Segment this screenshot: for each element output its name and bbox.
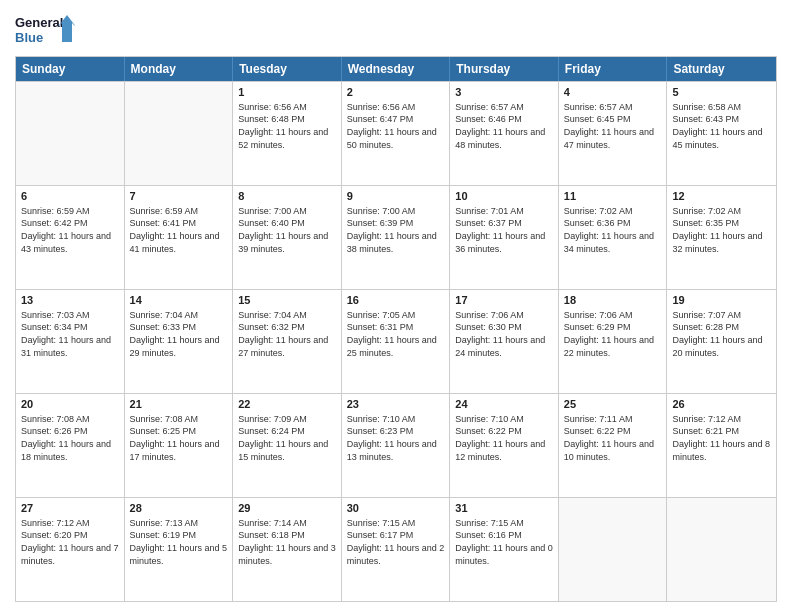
cell-daylight: Daylight: 11 hours and 50 minutes.	[347, 126, 445, 151]
cell-sunset: Sunset: 6:34 PM	[21, 321, 119, 334]
weekday-header: Saturday	[667, 57, 776, 81]
calendar-cell: 24 Sunrise: 7:10 AM Sunset: 6:22 PM Dayl…	[450, 394, 559, 497]
header: General Blue	[15, 10, 777, 50]
cell-daylight: Daylight: 11 hours and 52 minutes.	[238, 126, 336, 151]
cell-daylight: Daylight: 11 hours and 15 minutes.	[238, 438, 336, 463]
cell-sunset: Sunset: 6:16 PM	[455, 529, 553, 542]
calendar-row: 1 Sunrise: 6:56 AM Sunset: 6:48 PM Dayli…	[16, 81, 776, 185]
cell-sunset: Sunset: 6:42 PM	[21, 217, 119, 230]
calendar-cell: 10 Sunrise: 7:01 AM Sunset: 6:37 PM Dayl…	[450, 186, 559, 289]
cell-sunset: Sunset: 6:25 PM	[130, 425, 228, 438]
cell-sunrise: Sunrise: 6:56 AM	[238, 101, 336, 114]
cell-sunrise: Sunrise: 6:57 AM	[455, 101, 553, 114]
cell-daylight: Daylight: 11 hours and 0 minutes.	[455, 542, 553, 567]
cell-sunrise: Sunrise: 7:03 AM	[21, 309, 119, 322]
cell-daylight: Daylight: 11 hours and 22 minutes.	[564, 334, 662, 359]
cell-sunrise: Sunrise: 7:09 AM	[238, 413, 336, 426]
cell-daylight: Daylight: 11 hours and 48 minutes.	[455, 126, 553, 151]
cell-sunrise: Sunrise: 7:00 AM	[238, 205, 336, 218]
cell-sunset: Sunset: 6:26 PM	[21, 425, 119, 438]
day-number: 15	[238, 293, 336, 308]
weekday-header: Thursday	[450, 57, 559, 81]
calendar-cell	[16, 82, 125, 185]
cell-sunrise: Sunrise: 7:04 AM	[238, 309, 336, 322]
cell-daylight: Daylight: 11 hours and 27 minutes.	[238, 334, 336, 359]
cell-sunrise: Sunrise: 7:15 AM	[347, 517, 445, 530]
day-number: 24	[455, 397, 553, 412]
cell-daylight: Daylight: 11 hours and 29 minutes.	[130, 334, 228, 359]
day-number: 14	[130, 293, 228, 308]
cell-sunrise: Sunrise: 7:08 AM	[130, 413, 228, 426]
calendar-cell: 25 Sunrise: 7:11 AM Sunset: 6:22 PM Dayl…	[559, 394, 668, 497]
cell-sunrise: Sunrise: 7:10 AM	[347, 413, 445, 426]
calendar-cell: 30 Sunrise: 7:15 AM Sunset: 6:17 PM Dayl…	[342, 498, 451, 601]
calendar-cell: 4 Sunrise: 6:57 AM Sunset: 6:45 PM Dayli…	[559, 82, 668, 185]
calendar-cell: 23 Sunrise: 7:10 AM Sunset: 6:23 PM Dayl…	[342, 394, 451, 497]
cell-sunrise: Sunrise: 7:04 AM	[130, 309, 228, 322]
calendar-cell: 31 Sunrise: 7:15 AM Sunset: 6:16 PM Dayl…	[450, 498, 559, 601]
cell-sunset: Sunset: 6:29 PM	[564, 321, 662, 334]
cell-sunset: Sunset: 6:37 PM	[455, 217, 553, 230]
cell-daylight: Daylight: 11 hours and 31 minutes.	[21, 334, 119, 359]
cell-daylight: Daylight: 11 hours and 17 minutes.	[130, 438, 228, 463]
cell-sunset: Sunset: 6:21 PM	[672, 425, 771, 438]
calendar-cell	[559, 498, 668, 601]
day-number: 19	[672, 293, 771, 308]
calendar-cell: 26 Sunrise: 7:12 AM Sunset: 6:21 PM Dayl…	[667, 394, 776, 497]
cell-sunrise: Sunrise: 7:07 AM	[672, 309, 771, 322]
calendar-cell: 11 Sunrise: 7:02 AM Sunset: 6:36 PM Dayl…	[559, 186, 668, 289]
day-number: 8	[238, 189, 336, 204]
calendar-cell: 20 Sunrise: 7:08 AM Sunset: 6:26 PM Dayl…	[16, 394, 125, 497]
cell-sunrise: Sunrise: 6:57 AM	[564, 101, 662, 114]
calendar-cell: 22 Sunrise: 7:09 AM Sunset: 6:24 PM Dayl…	[233, 394, 342, 497]
calendar-cell: 21 Sunrise: 7:08 AM Sunset: 6:25 PM Dayl…	[125, 394, 234, 497]
weekday-header: Tuesday	[233, 57, 342, 81]
day-number: 4	[564, 85, 662, 100]
cell-sunset: Sunset: 6:24 PM	[238, 425, 336, 438]
cell-daylight: Daylight: 11 hours and 39 minutes.	[238, 230, 336, 255]
cell-sunrise: Sunrise: 7:11 AM	[564, 413, 662, 426]
cell-sunset: Sunset: 6:33 PM	[130, 321, 228, 334]
calendar-cell: 19 Sunrise: 7:07 AM Sunset: 6:28 PM Dayl…	[667, 290, 776, 393]
svg-text:Blue: Blue	[15, 30, 43, 45]
weekday-header: Wednesday	[342, 57, 451, 81]
cell-sunrise: Sunrise: 7:12 AM	[672, 413, 771, 426]
cell-sunrise: Sunrise: 6:59 AM	[21, 205, 119, 218]
day-number: 26	[672, 397, 771, 412]
cell-daylight: Daylight: 11 hours and 24 minutes.	[455, 334, 553, 359]
day-number: 21	[130, 397, 228, 412]
cell-daylight: Daylight: 11 hours and 45 minutes.	[672, 126, 771, 151]
cell-sunset: Sunset: 6:19 PM	[130, 529, 228, 542]
cell-daylight: Daylight: 11 hours and 7 minutes.	[21, 542, 119, 567]
cell-sunrise: Sunrise: 7:06 AM	[455, 309, 553, 322]
cell-sunset: Sunset: 6:41 PM	[130, 217, 228, 230]
calendar-row: 13 Sunrise: 7:03 AM Sunset: 6:34 PM Dayl…	[16, 289, 776, 393]
calendar-cell	[667, 498, 776, 601]
calendar-cell: 3 Sunrise: 6:57 AM Sunset: 6:46 PM Dayli…	[450, 82, 559, 185]
cell-sunset: Sunset: 6:30 PM	[455, 321, 553, 334]
day-number: 2	[347, 85, 445, 100]
calendar-cell: 1 Sunrise: 6:56 AM Sunset: 6:48 PM Dayli…	[233, 82, 342, 185]
day-number: 11	[564, 189, 662, 204]
day-number: 6	[21, 189, 119, 204]
calendar-body: 1 Sunrise: 6:56 AM Sunset: 6:48 PM Dayli…	[16, 81, 776, 601]
cell-sunset: Sunset: 6:22 PM	[564, 425, 662, 438]
cell-daylight: Daylight: 11 hours and 32 minutes.	[672, 230, 771, 255]
calendar-cell: 12 Sunrise: 7:02 AM Sunset: 6:35 PM Dayl…	[667, 186, 776, 289]
day-number: 27	[21, 501, 119, 516]
cell-sunset: Sunset: 6:17 PM	[347, 529, 445, 542]
cell-daylight: Daylight: 11 hours and 10 minutes.	[564, 438, 662, 463]
cell-sunrise: Sunrise: 7:06 AM	[564, 309, 662, 322]
cell-sunrise: Sunrise: 7:05 AM	[347, 309, 445, 322]
cell-sunrise: Sunrise: 7:10 AM	[455, 413, 553, 426]
day-number: 20	[21, 397, 119, 412]
weekday-header: Monday	[125, 57, 234, 81]
cell-daylight: Daylight: 11 hours and 12 minutes.	[455, 438, 553, 463]
day-number: 17	[455, 293, 553, 308]
cell-sunset: Sunset: 6:39 PM	[347, 217, 445, 230]
calendar-cell: 13 Sunrise: 7:03 AM Sunset: 6:34 PM Dayl…	[16, 290, 125, 393]
cell-sunset: Sunset: 6:45 PM	[564, 113, 662, 126]
cell-sunrise: Sunrise: 6:58 AM	[672, 101, 771, 114]
calendar-row: 20 Sunrise: 7:08 AM Sunset: 6:26 PM Dayl…	[16, 393, 776, 497]
cell-daylight: Daylight: 11 hours and 25 minutes.	[347, 334, 445, 359]
